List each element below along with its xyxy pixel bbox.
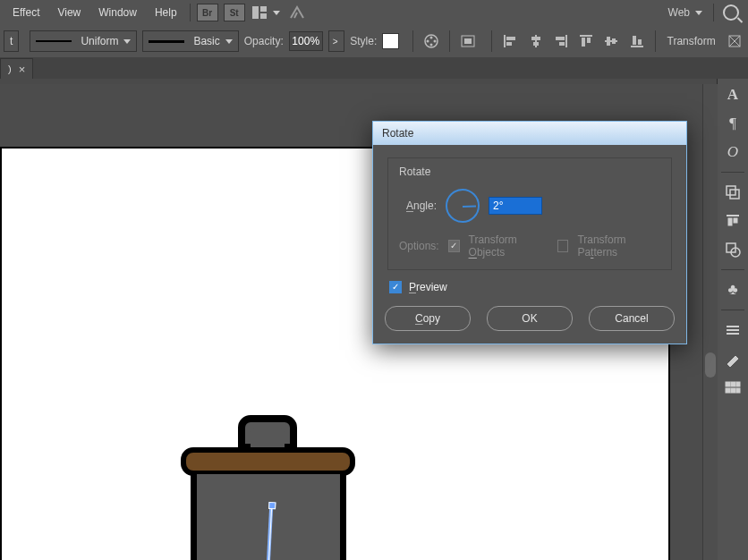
workspace-switcher[interactable]: Web bbox=[661, 6, 710, 19]
search-icon[interactable] bbox=[723, 4, 739, 21]
graphic-style-swatch[interactable] bbox=[382, 33, 399, 49]
svg-point-5 bbox=[430, 37, 433, 39]
svg-point-8 bbox=[427, 40, 429, 43]
svg-rect-13 bbox=[506, 42, 512, 46]
preview-checkbox[interactable] bbox=[389, 281, 402, 293]
dial-hand-icon bbox=[463, 205, 476, 208]
angle-dial[interactable] bbox=[446, 189, 480, 223]
right-panel-dock: A ¶ O ♣ bbox=[717, 79, 748, 560]
align-right-icon[interactable] bbox=[551, 31, 571, 51]
close-icon[interactable]: × bbox=[19, 64, 26, 75]
svg-rect-2 bbox=[260, 13, 267, 19]
document-tab-label: ) bbox=[8, 64, 12, 74]
svg-rect-44 bbox=[736, 382, 740, 386]
control-bar: t Uniform Basic Opacity: 100% > Style: T… bbox=[0, 25, 748, 58]
anchor-point-icon[interactable] bbox=[268, 502, 276, 509]
document-tab[interactable]: ) × bbox=[0, 58, 33, 79]
opacity-input[interactable]: 100% bbox=[289, 31, 323, 51]
swatches-panel-icon[interactable] bbox=[720, 377, 745, 398]
opentype-panel-icon[interactable]: O bbox=[720, 141, 745, 163]
svg-rect-10 bbox=[464, 38, 472, 44]
scrollbar-thumb[interactable] bbox=[705, 352, 716, 378]
svg-rect-24 bbox=[607, 37, 610, 46]
dialog-title-bar[interactable]: Rotate bbox=[373, 122, 686, 145]
panel-divider bbox=[721, 269, 744, 270]
menu-effect[interactable]: Effect bbox=[4, 1, 48, 24]
stroke-panel-icon[interactable] bbox=[720, 319, 745, 341]
separator bbox=[412, 30, 413, 52]
group-label: Rotate bbox=[399, 165, 660, 178]
document-tab-strip: ) × bbox=[0, 57, 748, 79]
brushes-panel-icon[interactable] bbox=[720, 348, 745, 369]
menu-view[interactable]: View bbox=[48, 1, 89, 24]
dialog-title: Rotate bbox=[382, 127, 413, 140]
transform-panel-link[interactable]: Transform bbox=[664, 35, 719, 47]
align-left-icon[interactable] bbox=[500, 31, 520, 51]
align-panel-icon[interactable] bbox=[720, 210, 745, 232]
align-hcenter-icon[interactable] bbox=[526, 31, 546, 51]
brush-dropdown[interactable]: Basic bbox=[142, 30, 238, 52]
chevron-down-icon[interactable] bbox=[273, 11, 280, 15]
trash-can-lid bbox=[181, 447, 355, 476]
paragraph-panel-icon[interactable]: ¶ bbox=[720, 113, 745, 134]
chevron-down-icon bbox=[695, 11, 702, 15]
svg-rect-35 bbox=[728, 218, 732, 225]
svg-rect-18 bbox=[556, 37, 565, 40]
transform-panel-icon[interactable] bbox=[720, 182, 745, 203]
svg-rect-28 bbox=[638, 39, 642, 45]
svg-rect-21 bbox=[582, 38, 585, 47]
svg-rect-1 bbox=[260, 6, 267, 12]
svg-rect-36 bbox=[734, 218, 737, 223]
chevron-down-icon bbox=[225, 39, 233, 44]
svg-rect-33 bbox=[730, 190, 739, 199]
menu-help[interactable]: Help bbox=[146, 1, 186, 24]
svg-rect-0 bbox=[252, 6, 259, 19]
rotate-dialog: Rotate Rotate Angle: 2° Options: Transfo… bbox=[372, 121, 687, 344]
cancel-button[interactable]: Cancel bbox=[589, 306, 675, 331]
svg-rect-46 bbox=[731, 388, 735, 393]
stroke-weight-dropdown[interactable]: t bbox=[4, 30, 19, 52]
ok-button[interactable]: OK bbox=[487, 306, 573, 331]
angle-label: Angle: bbox=[406, 199, 437, 212]
chevron-down-icon bbox=[123, 39, 131, 44]
main-menu-bar: Effect View Window Help Br St Web bbox=[0, 0, 748, 26]
copy-button[interactable]: Copy bbox=[385, 306, 471, 331]
menu-window[interactable]: Window bbox=[89, 1, 146, 24]
separator bbox=[449, 30, 450, 52]
brush-label: Basic bbox=[193, 35, 219, 47]
svg-rect-43 bbox=[731, 382, 735, 386]
vertical-scrollbar[interactable] bbox=[702, 84, 718, 560]
align-to-icon[interactable] bbox=[458, 31, 478, 51]
workspace-label: Web bbox=[668, 6, 690, 19]
stroke-profile-label: Uniform bbox=[81, 35, 118, 47]
svg-rect-45 bbox=[726, 388, 730, 393]
svg-rect-47 bbox=[736, 388, 740, 393]
isolate-icon[interactable] bbox=[725, 31, 744, 51]
transform-objects-checkbox bbox=[448, 240, 460, 252]
recolor-artwork-icon[interactable] bbox=[421, 31, 441, 51]
opacity-stepper[interactable]: > bbox=[328, 30, 345, 52]
svg-rect-19 bbox=[559, 42, 565, 46]
gpu-preview-icon[interactable] bbox=[287, 4, 307, 21]
pathfinder-panel-icon[interactable] bbox=[720, 239, 745, 260]
svg-rect-25 bbox=[612, 38, 616, 44]
arrange-documents-icon[interactable] bbox=[251, 4, 270, 21]
svg-rect-32 bbox=[727, 186, 735, 195]
rotate-group: Rotate Angle: 2° Options: Transform Obje… bbox=[387, 157, 672, 270]
align-vcenter-icon[interactable] bbox=[601, 31, 621, 51]
svg-rect-42 bbox=[726, 382, 730, 386]
preview-label: Preview bbox=[409, 281, 447, 293]
stroke-profile-dropdown[interactable]: Uniform bbox=[30, 30, 137, 52]
symbols-panel-icon[interactable]: ♣ bbox=[720, 279, 745, 301]
character-panel-icon[interactable]: A bbox=[720, 84, 745, 106]
separator bbox=[655, 30, 656, 52]
angle-input[interactable]: 2° bbox=[489, 197, 542, 215]
opacity-label: Opacity: bbox=[244, 35, 284, 47]
align-bottom-icon[interactable] bbox=[626, 31, 646, 51]
align-top-icon[interactable] bbox=[576, 31, 596, 51]
trash-can-handle bbox=[238, 415, 297, 451]
style-label: Style: bbox=[350, 35, 377, 47]
stock-badge[interactable]: St bbox=[224, 4, 245, 21]
svg-point-7 bbox=[430, 44, 433, 47]
bridge-badge[interactable]: Br bbox=[197, 4, 218, 21]
